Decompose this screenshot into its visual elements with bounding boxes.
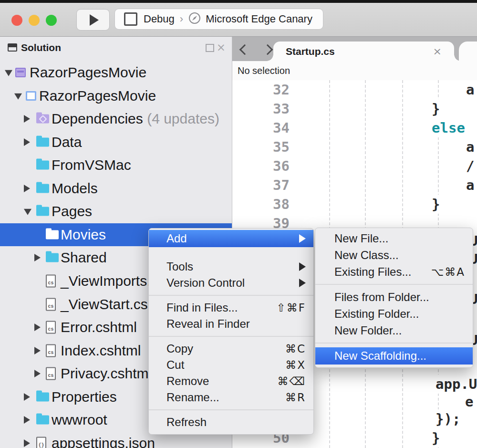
menu-item-version-control[interactable]: Version Control: [149, 275, 313, 291]
context-menu: AddToolsVersion ControlFind in Files...⇧…: [148, 228, 314, 435]
menu-item-find-in-files[interactable]: Find in Files...⇧⌘F: [149, 300, 313, 316]
expand-arrow-icon[interactable]: [24, 393, 30, 401]
expand-arrow-icon[interactable]: [34, 347, 41, 354]
folder-icon: [36, 138, 49, 147]
tree-item-label: wwwroot: [52, 412, 107, 428]
menu-item-remove[interactable]: Remove⌘⌫: [149, 373, 313, 389]
folder-icon: [46, 253, 59, 262]
tree-item-label: Dependencies (4 updates): [52, 111, 219, 127]
expand-arrow-icon[interactable]: [34, 254, 41, 261]
tree-item-data[interactable]: Data: [0, 131, 232, 154]
window-toolbar: Debug › Microsoft Edge Canary: [0, 3, 477, 37]
breadcrumb-text: No selection: [238, 65, 290, 76]
collapse-arrow-icon[interactable]: [5, 70, 12, 76]
tab-close-icon[interactable]: ×: [433, 45, 442, 57]
menu-item-label: Tools: [166, 260, 193, 273]
expand-arrow-icon[interactable]: [24, 138, 30, 146]
editor-tab-strip: Startup.cs ×: [232, 37, 477, 61]
file-icon: cs: [46, 367, 56, 380]
file-icon: cs: [46, 298, 56, 311]
menu-item-label: Find in Files...: [166, 301, 238, 314]
menu-item-files-from-folder[interactable]: Files from Folder...: [315, 289, 473, 305]
menu-item-existing-folder[interactable]: Existing Folder...: [315, 305, 473, 322]
code-text: /: [466, 156, 474, 176]
code-line: 33}: [232, 99, 477, 118]
line-number: 38: [237, 195, 290, 214]
menu-item-label: New File...: [334, 232, 388, 245]
expand-arrow-icon[interactable]: [24, 439, 30, 447]
tree-item-razorpagesmovie[interactable]: RazorPagesMovie: [0, 84, 232, 107]
code-line: 35a: [232, 137, 477, 156]
updates-badge: (4 updates): [147, 111, 219, 126]
menu-item-label: Add: [166, 232, 187, 245]
traffic-light-zoom[interactable]: [46, 15, 57, 26]
tree-item-dependencies[interactable]: Dependencies (4 updates): [0, 107, 232, 130]
submenu-arrow-icon: [299, 234, 306, 243]
menu-item-reveal-in-finder[interactable]: Reveal in Finder: [149, 316, 313, 332]
tree-item-label: appsettings.json: [52, 435, 155, 448]
collapse-arrow-icon[interactable]: [14, 94, 22, 100]
code-text: e: [465, 392, 473, 411]
tree-item-pages[interactable]: Pages: [0, 200, 232, 223]
menu-separator: [149, 295, 313, 296]
collapse-arrow-icon[interactable]: [24, 209, 31, 215]
tree-item-models[interactable]: Models: [0, 177, 232, 200]
menu-item-label: Cut: [166, 358, 184, 372]
device-icon: [124, 12, 137, 26]
expand-arrow-icon[interactable]: [24, 416, 30, 424]
menu-item-existing-files[interactable]: Existing Files...⌥⌘A: [315, 263, 473, 280]
folder-icon: [36, 393, 49, 402]
expand-arrow-icon[interactable]: [34, 370, 41, 377]
line-number: 35: [237, 137, 290, 156]
code-text: }: [432, 428, 443, 448]
code-text: a: [466, 137, 474, 156]
submenu-arrow-icon: [299, 279, 306, 287]
menu-item-copy[interactable]: Copy⌘C: [149, 341, 313, 357]
add-submenu: New File...New Class...Existing Files...…: [315, 228, 473, 368]
traffic-light-close[interactable]: [11, 15, 22, 26]
expand-arrow-icon[interactable]: [24, 185, 30, 192]
navigate-forward-icon[interactable]: [262, 44, 273, 55]
run-button[interactable]: [76, 9, 110, 31]
pad-dock-icon[interactable]: [206, 44, 214, 52]
tab-title: Startup.cs: [286, 46, 335, 57]
file-icon-label: cs: [47, 327, 55, 332]
menu-item-shortcut: ⌘⌫: [277, 375, 306, 387]
menu-item-cut[interactable]: Cut⌘X: [149, 357, 313, 373]
tab-partial-next[interactable]: [459, 42, 477, 61]
code-line: 38}: [232, 195, 477, 214]
menu-item-add[interactable]: Add: [149, 230, 313, 247]
expand-arrow-icon[interactable]: [24, 115, 30, 123]
traffic-light-minimize[interactable]: [29, 15, 40, 26]
menu-item-rename[interactable]: Rename...⌘R: [149, 389, 313, 406]
tab-startup-cs[interactable]: Startup.cs ×: [273, 42, 454, 61]
tree-item-label: RazorPagesMovie: [30, 64, 146, 81]
folder-icon: [36, 207, 49, 216]
menu-item-tools[interactable]: Tools: [149, 259, 313, 275]
file-icon: cs: [46, 344, 56, 357]
menu-item-new-file[interactable]: New File...: [315, 230, 473, 247]
code-line: 34else: [232, 118, 477, 137]
menu-item-new-folder[interactable]: New Folder...: [315, 322, 473, 339]
navigate-back-icon[interactable]: [239, 44, 250, 55]
code-line: 37a: [232, 176, 477, 195]
browser-compass-icon: [188, 12, 201, 26]
menu-item-new-scaffolding[interactable]: New Scaffolding...: [315, 347, 473, 365]
line-number: 36: [237, 156, 290, 176]
code-line: 36/: [232, 156, 477, 176]
pad-close-icon[interactable]: ×: [217, 41, 226, 53]
folder-icon: [36, 161, 49, 170]
code-text: }: [432, 99, 443, 118]
submenu-arrow-icon: [299, 262, 306, 271]
menu-item-refresh[interactable]: Refresh: [149, 414, 313, 430]
tree-item-razorpagesmovie[interactable]: RazorPagesMovie: [0, 61, 232, 84]
menu-item-label: Rename...: [166, 391, 219, 404]
menu-item-new-class[interactable]: New Class...: [315, 247, 473, 263]
expand-arrow-icon[interactable]: [34, 323, 41, 331]
config-chevron: ›: [180, 13, 183, 25]
solution-pad-icon: [8, 43, 17, 52]
run-configuration-picker[interactable]: Debug › Microsoft Edge Canary: [114, 9, 323, 30]
menu-item-shortcut: ⌘R: [285, 391, 306, 404]
tree-item-label: Data: [52, 134, 82, 150]
tree-item-fromvsmac[interactable]: FromVSMac: [0, 154, 232, 177]
